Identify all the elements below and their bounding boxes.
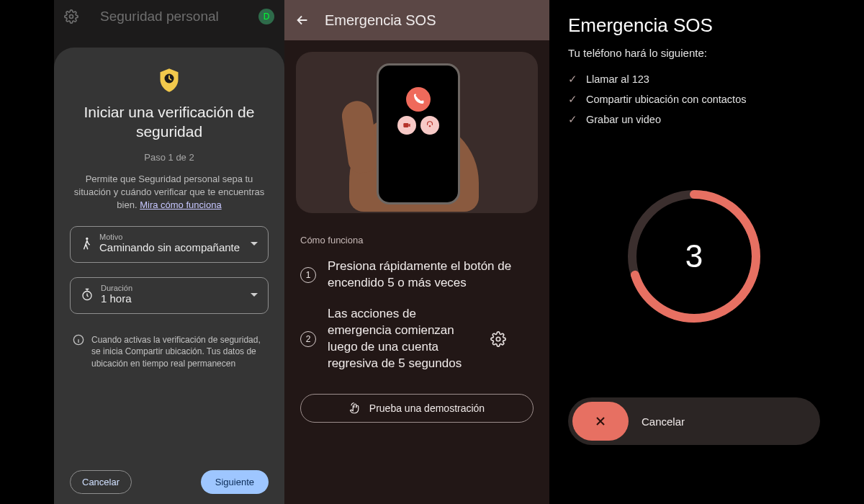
subtitle: Tu teléfono hará lo siguiente:	[568, 47, 820, 59]
gear-icon[interactable]	[490, 331, 506, 347]
how-step-1: 1 Presiona rápidamente el botón de encen…	[284, 251, 549, 299]
cancel-button[interactable]: Cancelar	[70, 470, 132, 494]
list-item: ✓ Grabar un video	[568, 109, 820, 130]
step-indicator: Paso 1 de 2	[70, 152, 269, 163]
svg-rect-5	[403, 123, 408, 127]
cancel-slider[interactable]: Cancelar	[568, 397, 820, 445]
screen-sos-countdown: Emergencia SOS Tu teléfono hará lo sigui…	[549, 0, 839, 504]
duration-dropdown[interactable]: Duración 1 hora	[70, 277, 269, 314]
shield-clock-icon	[158, 68, 180, 92]
sheet-heading: Iniciar una verificación de seguridad	[70, 102, 269, 142]
check-icon: ✓	[568, 114, 577, 125]
action-list: ✓ Llamar al 123 ✓ Compartir ubicación co…	[568, 69, 820, 130]
try-demo-button[interactable]: Prueba una demostración	[300, 394, 534, 423]
countdown-number: 3	[622, 184, 766, 328]
back-arrow-icon[interactable]	[294, 12, 310, 28]
cancel-knob[interactable]	[572, 402, 629, 441]
svg-point-0	[70, 15, 73, 19]
svg-point-7	[496, 337, 500, 341]
info-note: Cuando activas la verificación de seguri…	[70, 334, 269, 370]
reason-label: Motivo	[99, 233, 243, 241]
close-icon	[593, 414, 608, 428]
bottom-sheet: Iniciar una verificación de seguridad Pa…	[54, 48, 284, 504]
gear-icon[interactable]	[64, 9, 78, 24]
page-title: Emergencia SOS	[325, 12, 436, 29]
step-number: 2	[300, 331, 316, 347]
sos-illustration	[296, 52, 538, 213]
chevron-down-icon	[251, 242, 258, 246]
screen-safety-check: Seguridad personal D Iniciar una verific…	[54, 0, 284, 504]
touch-icon	[349, 402, 362, 415]
location-share-icon	[420, 116, 439, 135]
check-icon: ✓	[568, 94, 577, 105]
timer-icon	[81, 288, 94, 301]
next-button[interactable]: Siguiente	[201, 470, 269, 494]
app-title: Seguridad personal	[78, 9, 258, 24]
how-step-2: 2 Las acciones de emergencia comienzan l…	[284, 299, 549, 379]
reason-value: Caminando sin acompañante	[99, 241, 243, 255]
description: Permite que Seguridad personal sepa tu s…	[70, 173, 269, 212]
check-icon: ✓	[568, 73, 577, 85]
app-bar: Seguridad personal D	[54, 0, 284, 33]
app-bar: Emergencia SOS	[284, 0, 549, 40]
svg-point-2	[86, 237, 88, 239]
how-it-works-link[interactable]: Mira cómo funciona	[140, 199, 221, 210]
walk-icon	[81, 237, 92, 251]
list-item: ✓ Llamar al 123	[568, 69, 820, 89]
section-header: Cómo funciona	[284, 222, 549, 251]
info-icon	[73, 334, 84, 370]
screen-sos-how: Emergencia SOS Cómo funciona	[284, 0, 549, 504]
list-item: ✓ Compartir ubicación con contactos	[568, 89, 820, 109]
cancel-label: Cancelar	[642, 415, 685, 428]
step-number: 1	[300, 267, 316, 283]
duration-label: Duración	[101, 284, 243, 292]
page-title: Emergencia SOS	[568, 14, 820, 37]
svg-point-6	[429, 125, 431, 127]
reason-dropdown[interactable]: Motivo Caminando sin acompañante	[70, 226, 269, 263]
record-icon	[397, 116, 416, 135]
chevron-down-icon	[251, 293, 258, 297]
countdown-ring: 3	[568, 184, 820, 328]
phone-call-icon	[406, 87, 431, 112]
duration-value: 1 hora	[101, 292, 243, 306]
avatar[interactable]: D	[258, 9, 274, 24]
